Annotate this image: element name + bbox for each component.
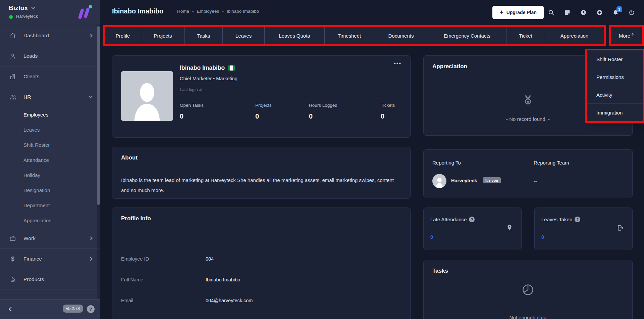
power-logout-icon[interactable] — [628, 9, 635, 16]
tasks-title: Tasks — [432, 268, 448, 274]
help-tooltip-icon[interactable]: ? — [469, 217, 475, 222]
tab-emergency-contacts[interactable]: Emergency Contacts — [428, 27, 506, 44]
sidebar-item-leads[interactable]: Leads — [0, 46, 100, 66]
sidebar-item-appreciation[interactable]: Appreciation — [0, 213, 100, 228]
reporting-team-title: Reporting Team — [534, 160, 569, 166]
last-login: Last login at -- — [180, 87, 206, 92]
menu-item-immigration[interactable]: Immigration — [587, 103, 643, 121]
sparkle-icon: ✦ — [499, 9, 504, 15]
medal-icon — [522, 94, 534, 107]
tab-more-label: More — [619, 33, 630, 39]
sidebar-nav: Dashboard Leads Clients HR — [0, 25, 100, 289]
about-text: Ibinabo is the team lead of marketing at… — [121, 175, 401, 195]
menu-item-permissions[interactable]: Permissions — [587, 68, 643, 86]
breadcrumb: Home • Employees • Ibinabo Imabibo — [177, 9, 259, 14]
collapse-sidebar-icon[interactable] — [9, 307, 13, 312]
tab-appreciation[interactable]: Appreciation — [545, 27, 604, 44]
profile-tabbar: Profile Projects Tasks Leaves Leaves Quo… — [105, 27, 604, 44]
reporting-to-title: Reporting To — [432, 160, 461, 166]
reporting-team-value: -- — [534, 179, 537, 184]
sidebar-item-designation[interactable]: Designation — [0, 183, 100, 198]
profile-info-rows: Employee ID 004 Full Name Ibinabo Imabib… — [121, 248, 401, 319]
notifications-bell-icon[interactable]: 3 — [612, 9, 619, 16]
tab-documents[interactable]: Documents — [374, 27, 428, 44]
sidebar: Bizfox Harveyteck — [0, 0, 100, 319]
sidebar-item-dashboard[interactable]: Dashboard — [0, 25, 100, 46]
leaves-taken-value[interactable]: 0 — [541, 234, 544, 240]
about-card: About Ibinabo is the team lead of market… — [112, 147, 411, 199]
tab-projects[interactable]: Projects — [141, 27, 184, 44]
sidebar-item-shift-roster[interactable]: Shift Roster — [0, 137, 100, 152]
tab-timesheet[interactable]: Timesheet — [324, 27, 374, 44]
employee-name-row: Ibinabo Imabibo — [180, 64, 235, 72]
stat-projects: Projects 0 — [255, 103, 272, 120]
building-icon — [9, 73, 17, 80]
version-badge: v5.2.73 — [63, 305, 83, 313]
sidebar-item-label: Work — [23, 235, 89, 241]
about-title: About — [121, 154, 138, 161]
upgrade-plan-button[interactable]: ✦ Upgrade Plan — [492, 6, 544, 19]
breadcrumb-home[interactable]: Home — [177, 9, 189, 14]
divider — [180, 97, 401, 97]
sidebar-item-label: Products — [23, 276, 92, 282]
sidebar-item-attendance[interactable]: Attendance — [0, 152, 100, 168]
brand-name: Bizfox — [9, 4, 28, 12]
tab-leaves[interactable]: Leaves — [222, 27, 264, 44]
chevron-right-icon — [89, 236, 92, 240]
help-icon[interactable]: ? — [87, 305, 95, 313]
sidebar-item-label: HR — [23, 94, 89, 100]
card-options-menu-icon[interactable]: ••• — [394, 60, 401, 66]
late-attendance-card: Late Attendance ? 0 — [423, 208, 522, 250]
sidebar-item-label: Clients — [23, 74, 92, 80]
reporting-to-name[interactable]: Harveyteck — [451, 178, 477, 183]
sidebar-item-label: Dashboard — [23, 33, 89, 39]
late-attendance-value[interactable]: 0 — [430, 234, 433, 240]
tab-ticket[interactable]: Ticket — [506, 27, 545, 44]
info-row-full-name: Full Name Ibinabo Imabibo — [121, 269, 401, 290]
breadcrumb-separator: • — [192, 9, 194, 14]
tab-tasks[interactable]: Tasks — [184, 27, 222, 44]
sidebar-item-holiday[interactable]: Holiday — [0, 168, 100, 183]
breadcrumb-employees[interactable]: Employees — [197, 9, 219, 14]
tab-profile[interactable]: Profile — [105, 27, 141, 44]
leaves-taken-title-row: Leaves Taken ? — [541, 217, 580, 222]
sidebar-item-department[interactable]: Department — [0, 198, 100, 213]
its-you-badge: It's you — [483, 177, 501, 183]
leaves-taken-title: Leaves Taken — [541, 217, 572, 222]
menu-item-shift-roster[interactable]: Shift Roster — [587, 50, 643, 68]
sidebar-item-finance[interactable]: $ Finance — [0, 248, 100, 269]
quick-add-icon[interactable] — [596, 9, 603, 16]
employee-name: Ibinabo Imabibo — [180, 64, 225, 72]
notification-count-badge: 3 — [616, 6, 622, 12]
search-icon[interactable] — [548, 9, 555, 16]
sidebar-item-hr[interactable]: HR — [0, 87, 100, 107]
info-row-designation: Designation Chief Marketer — [121, 311, 401, 319]
upgrade-plan-label: Upgrade Plan — [506, 10, 537, 15]
team-icon — [9, 93, 17, 101]
profile-info-card: Profile Info Employee ID 004 Full Name I… — [112, 208, 411, 319]
late-attendance-title-row: Late Attendance ? — [430, 217, 475, 222]
clock-icon[interactable] — [580, 9, 587, 16]
sidebar-item-employees[interactable]: Employees — [0, 107, 100, 122]
tasks-card: Tasks Not enough data — [423, 260, 633, 319]
breadcrumb-current: Ibinabo Imabibo — [227, 9, 259, 14]
header-icons: 3 — [548, 0, 635, 25]
tab-leaves-quota[interactable]: Leaves Quota — [264, 27, 324, 44]
reporting-card: Reporting To Reporting Team Harveyteck I… — [423, 149, 633, 197]
sidebar-item-leaves[interactable]: Leaves — [0, 122, 100, 137]
sidebar-item-clients[interactable]: Clients — [0, 66, 100, 87]
workspace-switcher[interactable]: Bizfox — [9, 4, 35, 12]
user-icon — [9, 52, 17, 60]
nigeria-flag-icon — [228, 65, 235, 71]
employee-avatar — [121, 71, 173, 121]
pie-chart-icon — [521, 283, 535, 297]
sidebar-scrollbar-thumb[interactable] — [97, 26, 100, 205]
sidebar-item-products[interactable]: Products — [0, 269, 100, 289]
menu-item-activity[interactable]: Activity — [587, 86, 643, 103]
sidebar-item-work[interactable]: Work — [0, 228, 100, 248]
tab-more[interactable]: More — [611, 27, 642, 44]
help-tooltip-icon[interactable]: ? — [575, 217, 580, 222]
notes-icon[interactable] — [564, 9, 571, 16]
location-pin-icon — [506, 224, 513, 231]
hr-submenu: Employees Leaves Shift Roster Attendance… — [0, 107, 100, 228]
